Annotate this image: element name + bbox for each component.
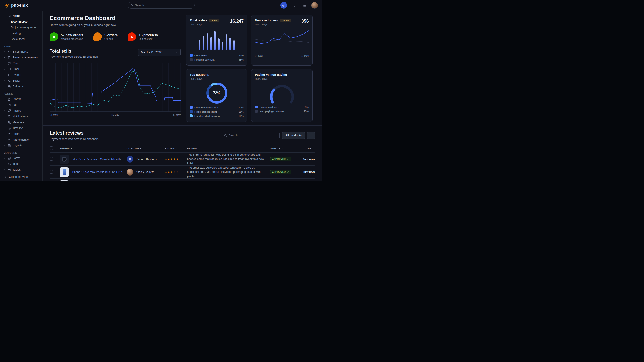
lock-icon [7, 138, 11, 142]
sidebar-item-e-commerce[interactable]: E commerce [0, 49, 42, 54]
reviews-search-input[interactable] [229, 134, 277, 137]
sidebar-item-home[interactable]: Home [0, 13, 42, 19]
sidebar-item-events[interactable]: Events [0, 72, 42, 78]
legend-swatch [190, 114, 193, 117]
sidebar-item-pricing[interactable]: Pricing [0, 108, 42, 114]
caret-right-icon [3, 68, 5, 70]
brand-name: phoenix [11, 3, 28, 8]
paying-vs-non-paying-card: Paying vs non paying Last 7 days Paying … [251, 69, 312, 122]
envelope-icon [7, 67, 11, 71]
review-text: The order was delivered ahead of schedul… [187, 166, 265, 178]
product-link[interactable]: iPhone 13 pro max-Pacific Blue-128GB sto… [72, 171, 125, 174]
stat-out-of-stock: 15 products Out of stock [128, 32, 158, 41]
column-header-rating[interactable]: RATING [165, 147, 187, 150]
sidebar-section-modules: MODULES [4, 152, 42, 154]
theme-toggle-button[interactable] [280, 2, 287, 9]
bell-icon [7, 115, 11, 118]
legend-swatch [190, 54, 193, 57]
search-icon [224, 134, 227, 137]
total-orders-card: Total orders-6.8% Last 7 days 16,247 Com… [186, 15, 248, 65]
legend-swatch [190, 110, 193, 113]
review-time: Just now [303, 158, 315, 161]
caret-right-icon [3, 51, 5, 53]
stat-orders-on-hold: 5 orders On hold [93, 32, 118, 41]
latest-reviews-section: Latest reviews Payment received across a… [42, 125, 322, 181]
legend-non-paying-customer: Non-paying customer 70% [255, 109, 309, 113]
new-customers-chart [255, 29, 309, 50]
row-checkbox[interactable] [50, 157, 53, 161]
pause-icon [93, 32, 102, 41]
user-avatar[interactable] [311, 2, 318, 9]
notifications-button[interactable] [291, 2, 298, 9]
reviews-subtitle: Payment received across all channels [50, 137, 98, 141]
sidebar-item-landing[interactable]: Landing [0, 30, 42, 36]
sidebar-item-e-commerce-dashboard[interactable]: E commerce [0, 19, 42, 24]
date-range-select[interactable]: Mar 1 - 31, 2022 [138, 48, 180, 56]
card-title: New customers [255, 18, 278, 22]
sidebar-item-notifications[interactable]: Notifications [0, 114, 42, 119]
total-orders-bars [190, 29, 244, 50]
sidebar-scroll-area: Home E commerce Project management Landi… [0, 11, 42, 172]
topbar-actions [280, 2, 318, 9]
total-orders-value: 16,247 [230, 18, 244, 24]
sidebar-item-calendar[interactable]: Calendar [0, 84, 42, 89]
users-icon [7, 121, 11, 124]
sidebar-item-social[interactable]: Social [0, 78, 42, 84]
column-header-review[interactable]: REVIEW [187, 147, 270, 150]
apps-menu-button[interactable] [301, 2, 308, 9]
sidebar-section-pages: PAGES [4, 93, 42, 95]
global-search[interactable] [128, 2, 195, 9]
card-title: Top coupons [190, 73, 209, 76]
warning-icon [7, 132, 11, 136]
brand-logo[interactable]: phoenix [4, 3, 28, 8]
sidebar-item-layouts[interactable]: Layouts [0, 143, 42, 148]
chevron-down-icon [3, 15, 5, 17]
column-header-customer[interactable]: CUSTOMER [127, 147, 165, 150]
grid-icon [303, 3, 306, 7]
column-header-time[interactable]: TIME [297, 147, 315, 150]
sidebar-item-project-management-dashboard[interactable]: Project management [0, 24, 42, 30]
product-thumbnail [60, 180, 69, 181]
status-badge: APPROVED [270, 170, 291, 174]
sidebar-item-timeline[interactable]: Timeline [0, 125, 42, 131]
check-icon [287, 171, 289, 173]
collapsed-view-toggle[interactable]: Collapsed View [0, 172, 42, 181]
caret-right-icon [3, 80, 5, 82]
product-link[interactable]: Fitbit Sense Advanced Smartwatch with To… [72, 158, 125, 161]
sidebar-item-faq[interactable]: Faq [0, 102, 42, 108]
new-customers-value: 356 [302, 18, 309, 24]
sidebar-item-email[interactable]: Email [0, 66, 42, 72]
reviews-title: Latest reviews [50, 130, 98, 136]
sidebar-item-social-feed[interactable]: Social feed [0, 36, 42, 42]
legend-swatch [255, 110, 258, 113]
sidebar-item-chat[interactable]: Chat [0, 60, 42, 66]
caret-right-icon [3, 157, 5, 159]
sidebar-item-icons[interactable]: Icons [0, 161, 42, 167]
collapse-sidebar-icon [4, 175, 7, 178]
sidebar-item-errors[interactable]: Errors [0, 131, 42, 137]
stat-new-orders: 57 new orders Awating processing [50, 32, 84, 41]
sidebar-item-members[interactable]: Members [0, 119, 42, 125]
column-header-product[interactable]: PRODUCT [60, 147, 127, 150]
caret-right-icon [3, 110, 5, 112]
sidebar-item-forms[interactable]: Forms [0, 155, 42, 161]
global-search-input[interactable] [135, 4, 192, 7]
reviews-search[interactable] [222, 132, 280, 139]
all-products-button[interactable]: All products [282, 132, 305, 139]
sidebar-item-tables[interactable]: Tables [0, 167, 42, 172]
customer-avatar: R [127, 156, 133, 163]
cart-icon [7, 50, 11, 53]
column-header-status[interactable]: STATUS [270, 147, 297, 150]
customer-name: Ashley Garrett [136, 171, 154, 174]
sidebar-item-starter[interactable]: Starter [0, 96, 42, 102]
review-time: Just now [303, 171, 315, 174]
row-checkbox[interactable] [50, 170, 53, 174]
top-coupons-card: Top coupons Last 7 days 72% Percentage d… [186, 69, 248, 122]
sidebar-item-authentication[interactable]: Authentication [0, 137, 42, 143]
total-sells-title: Total sells [50, 48, 98, 54]
legend-completed: Completed 52% [190, 53, 244, 57]
legend-swatch [190, 58, 193, 61]
select-all-checkbox[interactable] [50, 146, 53, 150]
more-options-button[interactable]: ... [307, 132, 315, 139]
sidebar-item-project-management[interactable]: Project management [0, 54, 42, 60]
